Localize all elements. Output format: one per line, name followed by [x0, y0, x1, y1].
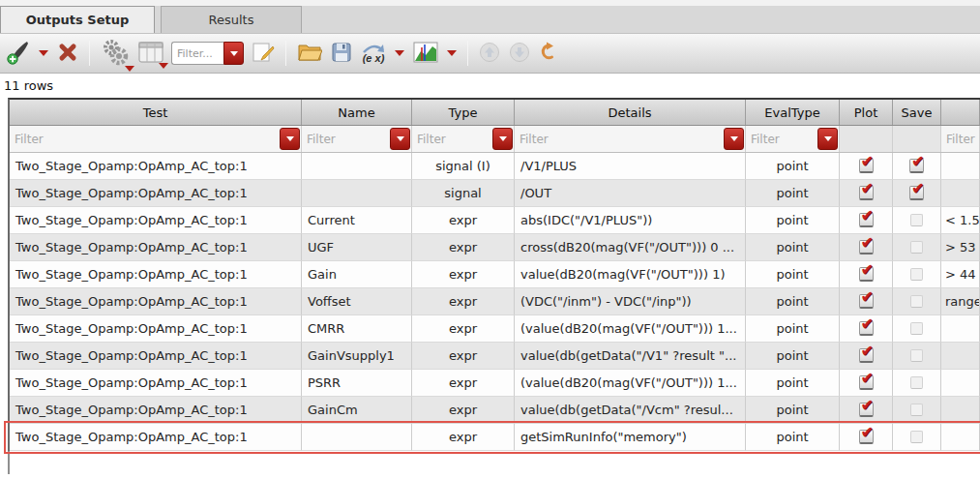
save-checkbox[interactable]	[910, 214, 923, 226]
cell-test[interactable]: Two_Stage_Opamp:OpAmp_AC_top:1	[10, 424, 302, 451]
cell-details[interactable]: /V1/PLUS	[515, 153, 746, 180]
plot-checkbox[interactable]: ✔	[859, 240, 874, 254]
cell-evaltype[interactable]: point	[746, 424, 840, 451]
cell-spec[interactable]	[941, 343, 980, 370]
cell-name[interactable]: UGF	[302, 234, 412, 261]
tab-outputs-setup[interactable]: Outputs Setup	[0, 6, 155, 33]
cell-evaltype[interactable]: point	[746, 153, 840, 180]
filter-details[interactable]: Filter	[515, 126, 746, 152]
cell-name[interactable]: GainCm	[302, 397, 412, 424]
new-output-dropdown[interactable]	[38, 49, 49, 57]
cell-details[interactable]: getSimRunInfo("memory")	[515, 424, 746, 451]
cell-type[interactable]: expr	[412, 234, 515, 261]
cell-name[interactable]: PSRR	[302, 370, 412, 397]
toolbar-filter-dropdown[interactable]	[223, 42, 244, 65]
filter-name-dropdown[interactable]	[390, 128, 410, 150]
cell-details[interactable]: (value(dB20(mag(VF("/OUT"))) 1...	[515, 370, 746, 397]
cell-type[interactable]: expr	[412, 207, 515, 234]
cell-spec[interactable]	[941, 153, 980, 180]
cell-type[interactable]: expr	[412, 315, 515, 343]
plot-checkbox[interactable]: ✔	[859, 430, 874, 444]
cell-test[interactable]: Two_Stage_Opamp:OpAmp_AC_top:1	[10, 234, 302, 261]
cell-details[interactable]: value(db(getData("/Vcm" ?resul...	[515, 397, 746, 424]
settings-button[interactable]	[100, 38, 131, 70]
cell-evaltype[interactable]: point	[746, 207, 840, 234]
filter-name[interactable]: Filter	[302, 126, 412, 152]
cell-test[interactable]: Two_Stage_Opamp:OpAmp_AC_top:1	[10, 288, 302, 315]
save-checkbox[interactable]: ✔	[909, 186, 924, 200]
table-row[interactable]: Two_Stage_Opamp:OpAmp_AC_top:1PSRRexpr(v…	[10, 370, 980, 397]
table-row[interactable]: Two_Stage_Opamp:OpAmp_AC_top:1Voffsetexp…	[10, 288, 980, 315]
cell-name[interactable]: GainVsupply1	[302, 343, 412, 370]
plot-checkbox[interactable]: ✔	[859, 213, 874, 227]
plot-checkbox[interactable]: ✔	[859, 375, 874, 390]
table-row[interactable]: Two_Stage_Opamp:OpAmp_AC_top:1Currentexp…	[10, 207, 980, 234]
move-up-button[interactable]	[478, 41, 501, 67]
filter-type[interactable]: Filter	[412, 126, 515, 152]
expressions-dropdown[interactable]	[394, 49, 405, 57]
cell-name[interactable]	[302, 180, 412, 207]
move-down-button[interactable]	[508, 41, 531, 67]
cell-details[interactable]: value(db(getData("/V1" ?result "...	[515, 343, 746, 370]
column-header-save[interactable]: Save	[893, 100, 941, 125]
cell-spec[interactable]: range	[941, 288, 980, 315]
save-checkbox[interactable]	[910, 376, 923, 389]
table-row[interactable]: Two_Stage_Opamp:OpAmp_AC_top:1GainVsuppl…	[10, 343, 980, 370]
cell-test[interactable]: Two_Stage_Opamp:OpAmp_AC_top:1	[10, 370, 302, 397]
annotate-button[interactable]	[251, 40, 276, 68]
plot-button[interactable]	[412, 41, 439, 67]
cell-name[interactable]: Current	[302, 207, 412, 234]
cell-test[interactable]: Two_Stage_Opamp:OpAmp_AC_top:1	[10, 261, 302, 288]
new-output-button[interactable]	[6, 39, 31, 69]
cell-name[interactable]	[302, 153, 412, 180]
cell-type[interactable]: expr	[412, 261, 515, 288]
filter-details-dropdown[interactable]	[724, 128, 744, 150]
table-row[interactable]: Two_Stage_Opamp:OpAmp_AC_top:1signal (I)…	[10, 153, 980, 180]
save-checkbox[interactable]	[910, 404, 923, 416]
refresh-button[interactable]	[538, 41, 559, 67]
cell-type[interactable]: expr	[412, 288, 515, 315]
table-row[interactable]: Two_Stage_Opamp:OpAmp_AC_top:1signal/OUT…	[10, 180, 980, 207]
cell-details[interactable]: (VDC("/inm") - VDC("/inp"))	[515, 288, 746, 315]
cell-name[interactable]: Gain	[302, 261, 412, 288]
save-button[interactable]	[330, 41, 353, 67]
cell-evaltype[interactable]: point	[746, 234, 840, 261]
cell-spec[interactable]: > 53	[941, 234, 980, 261]
filter-test[interactable]: Filter	[10, 126, 302, 152]
cell-type[interactable]: expr	[412, 424, 515, 451]
cell-name[interactable]: Voffset	[302, 288, 412, 315]
plot-checkbox[interactable]: ✔	[859, 348, 874, 363]
cell-evaltype[interactable]: point	[746, 288, 840, 315]
table-row[interactable]: Two_Stage_Opamp:OpAmp_AC_top:1GainCmexpr…	[10, 397, 980, 424]
cell-test[interactable]: Two_Stage_Opamp:OpAmp_AC_top:1	[10, 153, 302, 180]
cell-type[interactable]: expr	[412, 343, 515, 370]
cell-type[interactable]: expr	[412, 370, 515, 397]
save-checkbox[interactable]	[910, 431, 923, 443]
filter-spec[interactable]: Filter	[941, 126, 980, 152]
column-header-name[interactable]: Name	[302, 100, 412, 125]
cell-type[interactable]: signal (I)	[412, 153, 515, 180]
cell-evaltype[interactable]: point	[746, 261, 840, 288]
cell-spec[interactable]	[941, 397, 980, 424]
plot-checkbox[interactable]: ✔	[859, 186, 874, 200]
save-checkbox[interactable]	[910, 268, 923, 281]
cell-spec[interactable]: < 1.5	[941, 207, 980, 234]
cell-spec[interactable]: > 44	[941, 261, 980, 288]
column-view-button[interactable]	[137, 41, 164, 67]
filter-evaltype[interactable]: Filter	[746, 126, 840, 152]
cell-spec[interactable]	[941, 424, 980, 451]
filter-type-dropdown[interactable]	[492, 128, 513, 150]
cell-spec[interactable]	[941, 315, 980, 343]
open-button[interactable]	[296, 41, 323, 67]
table-row[interactable]: Two_Stage_Opamp:OpAmp_AC_top:1CMRRexpr(v…	[10, 315, 980, 343]
cell-details[interactable]: (value(dB20(mag(VF("/OUT"))) 1...	[515, 315, 746, 343]
save-checkbox[interactable]	[910, 295, 923, 308]
save-checkbox[interactable]	[910, 349, 923, 362]
cell-test[interactable]: Two_Stage_Opamp:OpAmp_AC_top:1	[10, 343, 302, 370]
table-row[interactable]: Two_Stage_Opamp:OpAmp_AC_top:1Gainexprva…	[10, 261, 980, 288]
column-header-type[interactable]: Type	[412, 100, 515, 125]
plot-checkbox[interactable]: ✔	[859, 294, 874, 309]
save-checkbox[interactable]	[910, 322, 923, 335]
save-checkbox[interactable]: ✔	[909, 159, 924, 173]
cell-type[interactable]: expr	[412, 397, 515, 424]
